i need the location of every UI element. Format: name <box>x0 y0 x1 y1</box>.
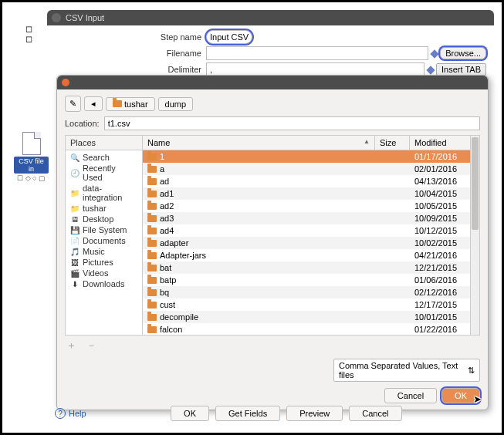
file-row[interactable]: bq02/12/2016 <box>143 286 470 298</box>
folder-icon <box>113 100 122 107</box>
folder-icon <box>147 228 157 234</box>
place-item[interactable]: ⬇Downloads <box>66 278 142 289</box>
csv-input-footer: ?Help OK Get Fields Preview Cancel <box>47 406 494 421</box>
folder-icon <box>147 178 157 185</box>
place-icon: 💾 <box>70 225 79 234</box>
scrollbar[interactable] <box>470 136 479 335</box>
node-ops[interactable]: ☐ ◇ ○ ▢ <box>14 174 49 182</box>
location-label: Location: <box>65 119 100 128</box>
close-icon[interactable] <box>52 13 61 22</box>
place-icon: 📄 <box>70 236 79 245</box>
help-icon: ? <box>55 408 66 419</box>
col-modified[interactable]: Modified <box>410 136 470 150</box>
place-label: Desktop <box>83 214 113 224</box>
file-modified: 10/01/2015 <box>410 312 470 322</box>
delimiter-label: Delimiter <box>55 65 206 74</box>
place-item[interactable]: 🖥Desktop <box>66 214 142 224</box>
preview-button[interactable]: Preview <box>286 406 343 421</box>
place-item[interactable]: 📁data-integration <box>66 183 142 203</box>
file-name: bq <box>160 288 169 297</box>
csv-file-node[interactable]: CSV file in ☐ ◇ ○ ▢ <box>14 132 49 182</box>
file-row[interactable]: decompile10/01/2015 <box>143 311 470 323</box>
folder-icon <box>147 240 157 247</box>
get-fields-button[interactable]: Get Fields <box>215 406 280 421</box>
folder-icon <box>147 191 157 197</box>
sort-asc-icon: ▲ <box>364 138 370 147</box>
place-item[interactable]: 💾File System <box>66 224 142 235</box>
file-row[interactable]: falcon01/22/2016 <box>143 323 470 335</box>
place-label: File System <box>83 225 127 234</box>
file-dialog-titlebar <box>57 76 488 89</box>
breadcrumb-tushar[interactable]: tushar <box>106 97 155 111</box>
col-size[interactable]: Size <box>375 136 410 150</box>
location-input[interactable] <box>104 116 480 130</box>
close-icon[interactable] <box>62 79 69 86</box>
folder-icon <box>147 252 157 259</box>
place-icon: 📁 <box>70 188 79 197</box>
place-label: Music <box>83 247 105 256</box>
file-name: falcon <box>160 325 182 334</box>
file-name: ad3 <box>160 214 174 223</box>
add-remove-buttons[interactable]: ＋ － <box>65 336 480 356</box>
place-icon: 📁 <box>70 204 79 213</box>
folder-icon <box>147 166 157 173</box>
step-name-label: Step name <box>55 32 206 42</box>
folder-icon <box>147 314 157 321</box>
place-item[interactable]: 📄Documents <box>66 235 142 246</box>
place-icon: 🕘 <box>70 168 79 177</box>
file-name: ad4 <box>160 226 174 235</box>
file-row[interactable]: cust12/17/2015 <box>143 298 470 311</box>
file-row[interactable]: bat12/21/2015 <box>143 261 470 274</box>
file-name: bat <box>160 263 171 272</box>
document-icon <box>22 132 41 155</box>
place-label: Documents <box>83 236 126 245</box>
place-item[interactable]: 🎵Music <box>66 246 142 257</box>
filename-input[interactable] <box>206 46 428 60</box>
place-icon: 🖼 <box>70 258 79 267</box>
place-item[interactable]: 🕘Recently Used <box>66 163 142 183</box>
place-item[interactable]: 🎬Videos <box>66 268 142 278</box>
file-row[interactable]: ad410/12/2015 <box>143 224 470 237</box>
edit-path-button[interactable]: ✎ <box>65 96 81 112</box>
file-name: ad2 <box>160 201 174 211</box>
file-modified: 04/21/2016 <box>410 251 470 260</box>
file-row[interactable]: ad110/04/2015 <box>143 187 470 200</box>
file-row[interactable]: ad04/13/2016 <box>143 175 470 187</box>
file-modified: 10/02/2015 <box>410 238 470 248</box>
place-label: Recently Used <box>83 164 137 182</box>
col-name[interactable]: Name▲ <box>143 136 375 150</box>
breadcrumb: ✎ ◂ tushar dump <box>65 96 480 112</box>
place-item[interactable]: 🖼Pictures <box>66 257 142 268</box>
place-item[interactable]: 🔍Search <box>66 152 142 163</box>
file-dialog-ok-button[interactable]: OK➤ <box>441 388 480 403</box>
file-row[interactable]: ad310/09/2015 <box>143 212 470 224</box>
breadcrumb-back[interactable]: ◂ <box>84 96 103 111</box>
cursor-icon: ➤ <box>473 393 482 405</box>
browse-button[interactable]: Browse... <box>440 47 486 59</box>
insert-tab-button[interactable]: Insert TAB <box>436 63 486 76</box>
step-name-input[interactable] <box>206 30 252 44</box>
file-type-filter[interactable]: Comma Separated Values, Text files ⇅ <box>333 359 480 382</box>
node-label: CSV file in <box>14 157 49 174</box>
file-row[interactable]: a02/01/2016 <box>143 163 470 175</box>
folder-icon <box>147 265 157 271</box>
file-row[interactable]: 101/17/2016 <box>143 150 470 163</box>
help-link[interactable]: ?Help <box>55 408 86 419</box>
file-modified: 01/06/2016 <box>410 275 470 285</box>
cancel-button[interactable]: Cancel <box>349 406 401 421</box>
breadcrumb-dump[interactable]: dump <box>158 97 194 111</box>
folder-icon <box>147 302 157 309</box>
toolbar-icon[interactable]: ◻ ◻ <box>25 24 35 33</box>
file-row[interactable]: batp01/06/2016 <box>143 274 470 286</box>
ok-button[interactable]: OK <box>171 406 209 421</box>
file-dialog-cancel-button[interactable]: Cancel <box>384 388 437 403</box>
place-icon: 🎵 <box>70 247 79 256</box>
file-row[interactable]: Adapter-jars04/21/2016 <box>143 249 470 261</box>
file-row[interactable]: ad210/05/2015 <box>143 200 470 212</box>
folder-icon <box>147 326 157 333</box>
place-label: Videos <box>83 268 108 278</box>
file-row[interactable]: adapter10/02/2015 <box>143 237 470 249</box>
scrollbar-thumb[interactable] <box>472 137 479 230</box>
place-item[interactable]: 📁tushar <box>66 203 142 214</box>
folder-icon <box>147 289 157 296</box>
